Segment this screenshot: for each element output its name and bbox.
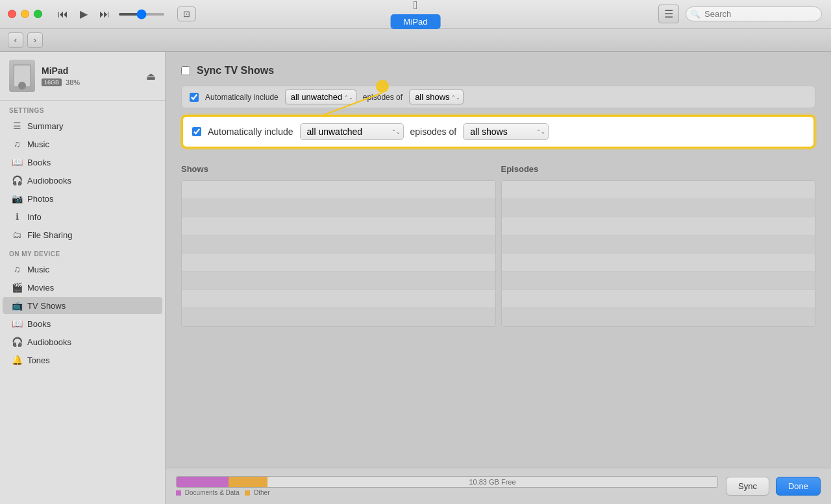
shows-list <box>181 180 496 327</box>
auto-include-checkbox-annotation[interactable] <box>192 127 201 136</box>
content-area: Sync TV Shows Automatically include all … <box>166 52 831 504</box>
close-button[interactable] <box>8 10 16 18</box>
storage-bar: 10.83 GB Free <box>176 476 718 488</box>
episodes-of-label-original: episodes of <box>363 93 403 102</box>
auto-include-bar-original: Automatically include all unwatched epis… <box>181 86 815 108</box>
file-sharing-icon: 🗂 <box>12 230 22 240</box>
forward-button[interactable]: ⏭ <box>97 7 112 21</box>
sidebar-item-photos[interactable]: 📷 Photos <box>3 190 162 207</box>
sidebar-item-label: Books <box>27 319 51 329</box>
sidebar-item-movies[interactable]: 🎬 Movies <box>3 279 162 296</box>
sidebar-item-audiobooks[interactable]: 🎧 Audiobooks <box>3 172 162 189</box>
list-item <box>502 181 815 199</box>
shows-column-header: Shows <box>181 160 496 178</box>
sidebar-item-device-music[interactable]: ♫ Music <box>3 261 162 278</box>
device-tab[interactable]: MiPad <box>391 14 441 29</box>
content-inner: Sync TV Shows Automatically include all … <box>166 52 831 468</box>
tv-shows-icon: 📺 <box>12 300 22 311</box>
titlebar: ⏮ ▶ ⏭ ⊡  MiPad ☰ 🔍 <box>0 0 831 29</box>
sidebar-item-tv-shows[interactable]: 📺 TV Shows <box>3 297 162 314</box>
auto-include-label-annotation: Automatically include <box>208 126 293 137</box>
episodes-list <box>501 180 816 327</box>
sidebar-item-label: Music <box>27 265 49 274</box>
auto-include-label-original: Automatically include <box>205 93 279 102</box>
sidebar-item-label: File Sharing <box>27 230 72 240</box>
unwatched-select-annotation[interactable]: all unwatched 1 most recent 3 most recen… <box>300 123 404 140</box>
sidebar-item-info[interactable]: ℹ Info <box>3 208 162 225</box>
list-item <box>182 199 495 217</box>
sidebar-item-label: Books <box>27 158 51 167</box>
sync-button[interactable]: Sync <box>726 477 769 496</box>
device-books-icon: 📖 <box>12 318 22 329</box>
episodes-column: Episodes <box>501 160 816 327</box>
audiobooks-icon: 🎧 <box>12 175 22 186</box>
apple-logo-icon:  <box>414 0 418 12</box>
sidebar-item-summary[interactable]: ☰ Summary <box>3 117 162 134</box>
sidebar-item-label: Tones <box>27 355 50 365</box>
sidebar-item-label: Photos <box>27 194 53 204</box>
other-segment <box>229 477 267 487</box>
other-legend: Other <box>245 489 270 496</box>
documents-segment <box>177 477 229 487</box>
sidebar-item-books[interactable]: 📖 Books <box>3 154 162 171</box>
shows-select-original[interactable]: all shows <box>409 90 464 104</box>
unwatched-select-original[interactable]: all unwatched <box>285 90 356 104</box>
sidebar-item-label: Movies <box>27 283 54 293</box>
sidebar-item-device-audiobooks[interactable]: 🎧 Audiobooks <box>3 333 162 350</box>
list-item <box>182 308 495 326</box>
rewind-button[interactable]: ⏮ <box>55 7 71 21</box>
episodes-of-label-annotation: episodes of <box>410 126 457 137</box>
list-item <box>502 235 815 254</box>
device-tab-button[interactable]: MiPad <box>391 14 441 29</box>
sync-header: Sync TV Shows <box>181 65 815 77</box>
back-button[interactable]: ‹ <box>8 32 23 48</box>
device-capacity: 16GB 38% <box>42 78 146 86</box>
list-item <box>502 308 815 326</box>
navbar: ‹ › <box>0 29 831 52</box>
play-button[interactable]: ▶ <box>77 6 90 21</box>
list-item <box>182 272 495 290</box>
list-item <box>502 272 815 290</box>
auto-include-checkbox-original[interactable] <box>190 93 199 102</box>
tones-icon: 🔔 <box>12 355 22 365</box>
list-view-button[interactable]: ☰ <box>658 5 679 23</box>
device-name: MiPad <box>42 66 146 76</box>
eject-button[interactable]: ⏏ <box>146 70 156 82</box>
player-controls: ⏮ ▶ ⏭ ⊡ <box>55 6 196 21</box>
shows-select-annotation[interactable]: all shows selected shows <box>463 123 549 140</box>
sidebar-item-device-books[interactable]: 📖 Books <box>3 315 162 332</box>
sidebar-item-file-sharing[interactable]: 🗂 File Sharing <box>3 226 162 243</box>
annotation-box: Automatically include all unwatched 1 mo… <box>181 115 815 149</box>
sync-title: Sync TV Shows <box>197 65 274 77</box>
bottom-actions: Sync Done <box>726 477 821 496</box>
center-area:  MiPad <box>391 0 441 29</box>
battery-info: 38% <box>66 78 80 86</box>
list-item <box>182 254 495 272</box>
list-item <box>182 290 495 308</box>
other-dot <box>245 490 250 496</box>
list-item <box>502 217 815 235</box>
sidebar-item-music[interactable]: ♫ Music <box>3 136 162 152</box>
sidebar-item-label: Summary <box>27 121 64 131</box>
maximize-button[interactable] <box>34 10 42 18</box>
search-input[interactable] <box>686 6 822 21</box>
device-details: MiPad 16GB 38% <box>42 66 146 86</box>
books-icon: 📖 <box>12 157 22 167</box>
shows-column: Shows <box>181 160 496 327</box>
sidebar-item-label: Audiobooks <box>27 337 71 347</box>
done-button[interactable]: Done <box>776 477 821 496</box>
airplay-button[interactable]: ⊡ <box>177 6 196 21</box>
sidebar-item-tones[interactable]: 🔔 Tones <box>3 352 162 368</box>
minimize-button[interactable] <box>21 10 29 18</box>
on-device-section-label: ON MY DEVICE <box>0 244 165 260</box>
movies-icon: 🎬 <box>12 282 22 293</box>
sidebar-item-label: Info <box>27 212 42 222</box>
sync-checkbox[interactable] <box>181 66 190 75</box>
sidebar: MiPad 16GB 38% ⏏ SETTINGS ☰ Summary ♫ Mu… <box>0 52 166 504</box>
volume-slider[interactable] <box>119 13 164 16</box>
music-icon: ♫ <box>12 139 22 149</box>
annotation-area: Automatically include all unwatched 1 mo… <box>181 115 815 149</box>
forward-button[interactable]: › <box>27 32 43 48</box>
list-item <box>182 181 495 199</box>
free-space-label: 10.83 GB Free <box>267 477 717 487</box>
